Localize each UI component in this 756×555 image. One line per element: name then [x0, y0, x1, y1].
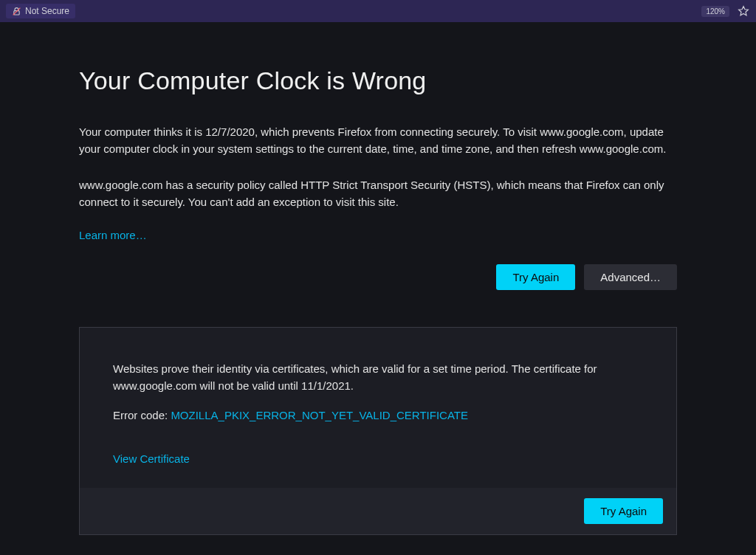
advanced-button[interactable]: Advanced… [584, 264, 677, 290]
error-paragraph-2: www.google.com has a security policy cal… [79, 176, 677, 211]
view-certificate-link[interactable]: View Certificate [113, 452, 190, 465]
button-row: Try Again Advanced… [79, 264, 677, 290]
not-secure-label: Not Secure [25, 6, 69, 16]
url-bar-left: Not Secure [6, 4, 75, 18]
lock-strike-icon [12, 7, 21, 16]
certificate-explanation: Websites prove their identity via certif… [113, 361, 643, 394]
url-bar: Not Secure 120% [0, 0, 756, 22]
advanced-panel-content: Websites prove their identity via certif… [80, 328, 676, 488]
try-again-button-panel[interactable]: Try Again [584, 498, 663, 524]
learn-more-link[interactable]: Learn more… [79, 229, 147, 241]
bookmark-star-icon[interactable] [737, 4, 750, 18]
advanced-panel: Websites prove their identity via certif… [79, 327, 677, 535]
error-code-label: Error code: [113, 409, 171, 421]
advanced-panel-footer: Try Again [80, 488, 676, 534]
try-again-button[interactable]: Try Again [496, 264, 575, 290]
not-secure-badge[interactable]: Not Secure [6, 4, 75, 18]
zoom-badge[interactable]: 120% [701, 6, 729, 17]
error-page-content: Your Computer Clock is Wrong Your comput… [79, 22, 677, 535]
page-title: Your Computer Clock is Wrong [79, 66, 677, 95]
error-code-link[interactable]: MOZILLA_PKIX_ERROR_NOT_YET_VALID_CERTIFI… [171, 409, 468, 421]
error-paragraph-1: Your computer thinks it is 12/7/2020, wh… [79, 123, 677, 158]
error-code-line: Error code: MOZILLA_PKIX_ERROR_NOT_YET_V… [113, 407, 643, 424]
url-bar-right: 120% [701, 4, 750, 18]
